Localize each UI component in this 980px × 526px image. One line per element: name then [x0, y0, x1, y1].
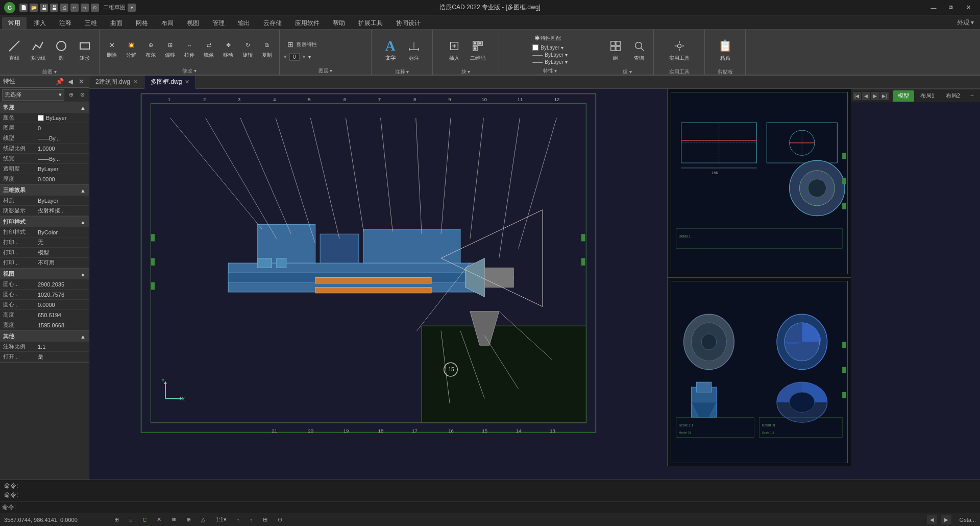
match-properties-button[interactable]: ✱ 特性匹配	[532, 33, 563, 43]
cy-value[interactable]: 1020.7576	[36, 292, 89, 298]
insert-button[interactable]: 插入	[443, 32, 465, 67]
general-section-header[interactable]: 常规 ▲	[0, 102, 89, 113]
layout-nav-next[interactable]: ▶	[871, 92, 879, 100]
properties-toolbar-label[interactable]: 特性 ▾	[543, 67, 557, 75]
main-drawing-area[interactable]: 1 2 3 4 5 6 7 8 9 10 11 12 13 1	[89, 89, 851, 466]
layout-tab-1[interactable]: 布局1	[915, 90, 940, 102]
tab-cloud[interactable]: 云存储	[257, 17, 288, 29]
print-icon[interactable]: 🖨	[60, 4, 68, 12]
otrack-btn[interactable]: ⊕	[184, 515, 193, 524]
layout-tab-model[interactable]: 模型	[893, 90, 914, 102]
tab-collab[interactable]: 协同设计	[390, 17, 427, 29]
linescale-value[interactable]: 1.0000	[36, 146, 89, 152]
move-button[interactable]: ✥ 移动	[219, 32, 237, 66]
canvas-area[interactable]: 2建筑图.dwg ✕ 多图框.dwg ✕	[89, 76, 980, 480]
linetype-value[interactable]: ——By...	[36, 135, 89, 141]
draw-group-label[interactable]: 绘图 ▾	[42, 68, 57, 76]
snap-lines-btn[interactable]: ≡	[127, 515, 134, 524]
layer-group-label[interactable]: 图层 ▾	[318, 67, 333, 75]
doc-tab-duokuang[interactable]: 多图框.dwg ✕	[144, 76, 196, 89]
anno-up-btn[interactable]: ↑	[235, 515, 242, 524]
material-value[interactable]: ByLayer	[36, 198, 89, 204]
command-input[interactable]	[18, 504, 978, 511]
selection-icon-1[interactable]: ⊕	[66, 90, 76, 100]
boolean-button[interactable]: ⊕ 布尔	[141, 32, 160, 66]
redo-icon[interactable]: ↪	[81, 4, 89, 12]
utilities-group-label[interactable]: 实用工具	[669, 68, 690, 76]
print1-value[interactable]: 无	[36, 238, 89, 246]
view-section-header[interactable]: 视图 ▲	[0, 269, 89, 279]
layout-nav-first[interactable]: |◀	[853, 92, 861, 100]
current-layer-selector[interactable]: 0	[289, 53, 300, 61]
drawing-viewport[interactable]: 1 2 3 4 5 6 7 8 9 10 11 12 13 1	[89, 89, 980, 466]
app-logo[interactable]: G	[4, 2, 15, 13]
ucs-btn[interactable]: △	[199, 515, 207, 524]
tab-insert[interactable]: 插入	[28, 17, 52, 29]
modify-group-label[interactable]: 修改 ▾	[182, 67, 197, 75]
workspace-dropdown[interactable]: ▾	[128, 4, 136, 12]
query-button[interactable]: 查询	[628, 32, 650, 67]
height-value[interactable]: 650.6194	[36, 312, 89, 318]
doc-tab-jianzhu-close[interactable]: ✕	[133, 79, 138, 85]
text-button[interactable]: A 文字	[379, 32, 402, 67]
explode-button[interactable]: 💥 分解	[122, 32, 140, 66]
utilities-button[interactable]: 实用工具	[667, 32, 692, 67]
print2-value[interactable]: 模型	[36, 249, 89, 256]
linewidth-value[interactable]: ——By...	[36, 156, 89, 162]
width-value[interactable]: 1595.0668	[36, 322, 89, 328]
print3-value[interactable]: 不可用	[36, 259, 89, 267]
layer-properties-button[interactable]: ⊞ 图层特性	[283, 38, 319, 51]
layout-nav-prev[interactable]: ◀	[862, 92, 870, 100]
restore-button[interactable]: ⧉	[943, 2, 959, 13]
print-section-header[interactable]: 打印样式 ▲	[0, 217, 89, 227]
printstyle-value[interactable]: ByColor	[36, 229, 89, 235]
tab-3d[interactable]: 三维	[79, 17, 103, 29]
scale-btn[interactable]: 1:1▾	[213, 515, 228, 524]
tab-manage[interactable]: 管理	[206, 17, 231, 29]
open-value[interactable]: 是	[36, 353, 89, 361]
circle-button[interactable]: 圆	[50, 32, 72, 67]
bottom-right-viewport[interactable]: Scale 1:1 Model 01 Detail 01 Scale 1:1	[668, 278, 851, 466]
save-icon[interactable]: 💾	[40, 4, 48, 12]
block-group-label[interactable]: 块 ▾	[461, 68, 471, 76]
open-file-icon[interactable]: 📂	[30, 4, 38, 12]
selection-icon-2[interactable]: ⊗	[78, 90, 87, 100]
tab-output[interactable]: 输出	[232, 17, 256, 29]
qrcode-button[interactable]: 二维码	[467, 32, 489, 67]
tab-extensions[interactable]: 扩展工具	[352, 17, 389, 29]
workspace-btn[interactable]: ⊞	[261, 515, 270, 524]
color-value[interactable]: ByLayer	[36, 115, 89, 121]
scroll-right[interactable]: ▶	[941, 515, 951, 524]
doc-tab-jianzhu[interactable]: 2建筑图.dwg ✕	[89, 76, 144, 89]
tab-annotate[interactable]: 注释	[53, 17, 78, 29]
new-file-icon[interactable]: 📄	[19, 4, 28, 12]
selection-dropdown[interactable]: 无选择 ▾	[2, 89, 64, 101]
color-picker[interactable]	[532, 44, 538, 51]
3d-section-header[interactable]: 三维效果 ▲	[0, 185, 89, 196]
linetype-dropdown[interactable]: ByLayer ▾	[545, 52, 567, 58]
delete-button[interactable]: ✕ 删除	[103, 32, 121, 66]
color-dropdown[interactable]: ByLayer ▾	[541, 45, 563, 51]
anno-dn-btn[interactable]: ↑	[248, 515, 255, 524]
group-button[interactable]: 组	[604, 32, 627, 67]
layer-value[interactable]: 0	[36, 125, 89, 131]
properties-close-icon[interactable]: ✕	[77, 77, 86, 86]
osnap-btn[interactable]: ≋	[169, 515, 178, 524]
cz-value[interactable]: 0.0000	[36, 302, 89, 308]
close-button[interactable]: ✕	[961, 2, 976, 13]
line-button[interactable]: 直线	[3, 32, 26, 67]
cx-value[interactable]: 2900.2035	[36, 281, 89, 288]
mirror-button[interactable]: ⇄ 镜像	[200, 32, 218, 66]
tab-mesh[interactable]: 网格	[130, 17, 154, 29]
doc-tab-duokuang-close[interactable]: ✕	[185, 79, 189, 85]
tab-surface[interactable]: 曲面	[104, 17, 129, 29]
dimension-button[interactable]: 标注	[403, 32, 425, 67]
properties-arrow-icon[interactable]: ◀	[66, 77, 75, 86]
save-as-icon[interactable]: 💾	[50, 4, 58, 12]
clipboard-group-label[interactable]: 剪贴板	[718, 68, 733, 76]
polar-btn[interactable]: ✕	[155, 515, 163, 524]
undo-icon[interactable]: ↩	[70, 4, 79, 12]
shadow-value[interactable]: 投射和接...	[36, 207, 89, 214]
properties-pin-icon[interactable]: 📌	[55, 77, 64, 86]
appearance-menu[interactable]: 外观 ▾	[957, 18, 978, 29]
